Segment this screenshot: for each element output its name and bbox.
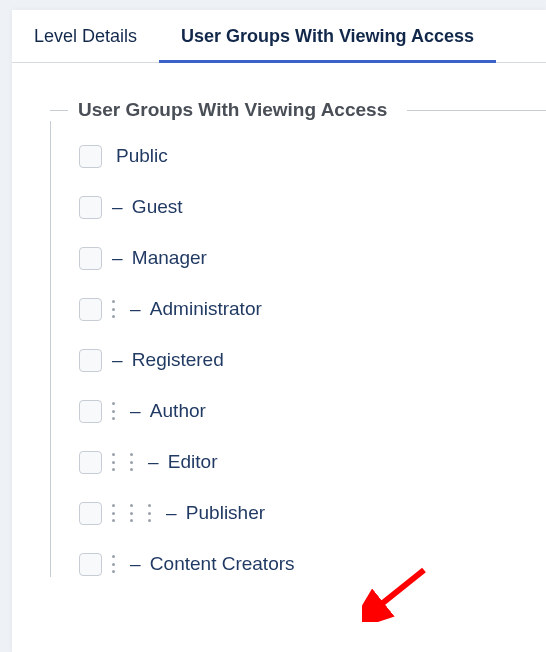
fieldset: User Groups With Viewing Access Public –… — [12, 63, 546, 577]
content-card: Level Details User Groups With Viewing A… — [12, 10, 546, 652]
tree-indent-icon — [112, 555, 116, 573]
group-label: Public — [112, 145, 168, 167]
group-label: – Manager — [112, 247, 207, 269]
group-list: Public – Guest – Manager – Admini — [50, 121, 546, 577]
checkbox-public[interactable] — [79, 145, 102, 168]
group-label: – Editor — [148, 451, 218, 473]
tree-indent-icon — [112, 402, 116, 420]
group-label: – Guest — [112, 196, 183, 218]
tree-indent-icon — [130, 504, 134, 522]
tab-bar: Level Details User Groups With Viewing A… — [12, 10, 546, 63]
group-label: – Registered — [112, 349, 224, 371]
group-label: – Publisher — [166, 502, 265, 524]
checkbox-content-creators[interactable] — [79, 553, 102, 576]
group-item-editor: – Editor — [79, 449, 546, 475]
checkbox-guest[interactable] — [79, 196, 102, 219]
tree-indent-icon — [112, 300, 116, 318]
group-label: – Administrator — [130, 298, 262, 320]
group-label: – Author — [130, 400, 206, 422]
fieldset-legend-text: User Groups With Viewing Access — [68, 99, 395, 121]
group-item-content-creators: – Content Creators — [79, 551, 546, 577]
fieldset-border-right-stub — [407, 110, 546, 111]
checkbox-registered[interactable] — [79, 349, 102, 372]
checkbox-administrator[interactable] — [79, 298, 102, 321]
group-item-registered: – Registered — [79, 347, 546, 373]
group-item-publisher: – Publisher — [79, 500, 546, 526]
fieldset-legend: User Groups With Viewing Access — [50, 99, 546, 121]
group-item-guest: – Guest — [79, 194, 546, 220]
group-item-manager: – Manager — [79, 245, 546, 271]
fieldset-border-left-stub — [50, 110, 68, 111]
checkbox-editor[interactable] — [79, 451, 102, 474]
checkbox-author[interactable] — [79, 400, 102, 423]
tree-indent-icon — [130, 453, 134, 471]
group-item-public: Public — [79, 143, 546, 169]
tab-user-groups-viewing-access[interactable]: User Groups With Viewing Access — [159, 10, 496, 63]
tree-indent-icon — [112, 504, 116, 522]
group-item-administrator: – Administrator — [79, 296, 546, 322]
checkbox-manager[interactable] — [79, 247, 102, 270]
tree-indent-icon — [148, 504, 152, 522]
checkbox-publisher[interactable] — [79, 502, 102, 525]
tab-level-details[interactable]: Level Details — [12, 10, 159, 62]
tree-indent-icon — [112, 453, 116, 471]
group-label: – Content Creators — [130, 553, 295, 575]
group-item-author: – Author — [79, 398, 546, 424]
